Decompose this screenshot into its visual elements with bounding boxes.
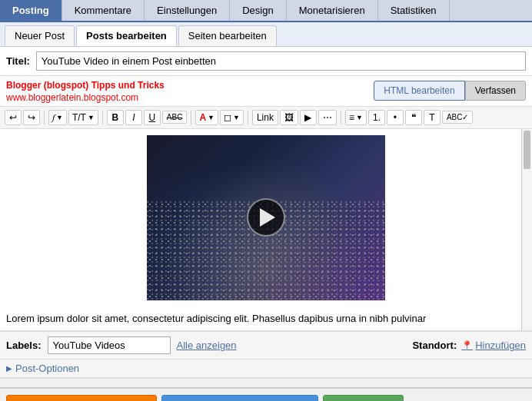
spell-button[interactable]: ABC✓ (442, 111, 474, 124)
tab-kommentare[interactable]: Kommentare (62, 0, 145, 21)
post-options-row: ▶ Post-Optionen (0, 360, 532, 378)
draft-button[interactable]: ALS ENTWURF SPEICHERN (161, 395, 318, 401)
toolbar-separator-2 (102, 111, 103, 124)
redo-button[interactable]: ↪ (23, 110, 40, 125)
ol-button[interactable]: 1. (368, 110, 385, 125)
italic-button[interactable]: I (125, 110, 142, 125)
align-arrow: ▼ (356, 114, 363, 121)
title-label: Titel: (6, 55, 30, 67)
alle-anzeigen-link[interactable]: Alle anzeigen (177, 340, 237, 351)
standort-label: Standort: (412, 340, 457, 351)
underline-button[interactable]: U (144, 110, 161, 125)
chevron-right-icon: ▶ (6, 364, 12, 373)
labels-input[interactable] (48, 336, 171, 354)
editor-scrollbar[interactable] (521, 129, 532, 331)
top-navigation: Posting Kommentare Einstellungen Design … (0, 0, 532, 22)
video-container (0, 129, 532, 307)
bg-color-icon: ◻ (224, 112, 231, 123)
preview-button[interactable]: VORSCHAU (323, 395, 403, 401)
tab-neuer-post[interactable]: Neuer Post (5, 25, 75, 46)
tab-design[interactable]: Design (230, 0, 286, 21)
labels-row: Labels: Alle anzeigen Standort: 📍 Hinzuf… (0, 331, 532, 360)
undo-button[interactable]: ↩ (5, 110, 22, 125)
editor-area[interactable]: Lorem ipsum dolor sit amet, consectetur … (0, 129, 532, 331)
post-options-link[interactable]: ▶ Post-Optionen (6, 363, 79, 374)
tab-posts-bearbeiten[interactable]: Posts bearbeiten (76, 25, 177, 46)
sub-navigation: Neuer Post Posts bearbeiten Seiten bearb… (0, 22, 532, 47)
editor-content-wrapper: Lorem ipsum dolor sit amet, consectetur … (0, 129, 532, 332)
toolbar-separator-1 (44, 111, 45, 124)
toolbar-separator-5 (341, 111, 341, 124)
font-size-dropdown[interactable]: T/T ▼ (68, 110, 98, 125)
bottom-scrollbar[interactable] (0, 378, 532, 387)
more-button[interactable]: ⋯ (318, 110, 337, 125)
post-options-label: Post-Optionen (15, 363, 79, 374)
blog-info-text: Blogger (blogspot) Tipps und Tricks www.… (6, 79, 165, 103)
title-input[interactable] (36, 51, 526, 71)
labels-label: Labels: (6, 340, 42, 351)
font-family-dropdown[interactable]: 𝑓 ▼ (48, 110, 67, 125)
location-icon: 📍 (461, 340, 473, 351)
tab-posting[interactable]: Posting (0, 0, 62, 21)
text-color-icon: A (199, 112, 206, 123)
blog-name: Blogger (blogspot) Tipps und Tricks (6, 79, 165, 92)
tab-seiten-bearbeiten[interactable]: Seiten bearbeiten (178, 25, 277, 46)
blog-info-row: Blogger (blogspot) Tipps und Tricks www.… (0, 76, 532, 107)
bg-color-dropdown[interactable]: ◻ ▼ (220, 110, 244, 125)
align-dropdown[interactable]: ≡ ▼ (345, 110, 367, 125)
hinzufuegen-link[interactable]: 📍 Hinzufügen (461, 340, 526, 351)
hinzufuegen-text: Hinzufügen (475, 340, 526, 351)
mode-buttons: HTML bearbeiten Verfassen (374, 81, 526, 101)
bold-button[interactable]: B (107, 110, 124, 125)
html-edit-button[interactable]: HTML bearbeiten (374, 81, 464, 101)
strikethrough-button[interactable]: ABC (162, 111, 188, 124)
font-family-icon: 𝑓 (52, 112, 55, 123)
video-button[interactable]: ▶ (300, 110, 317, 125)
video-thumbnail[interactable] (147, 135, 385, 300)
scrollbar-thumb[interactable] (524, 131, 530, 169)
title-row: Titel: (0, 47, 532, 76)
ul-button[interactable]: • (387, 110, 404, 125)
tab-monetarisieren[interactable]: Monetarisieren (287, 0, 378, 21)
image-button[interactable]: 🖼 (280, 110, 298, 125)
font-size-label: T/T (72, 112, 86, 123)
editor-toolbar: ↩ ↪ 𝑓 ▼ T/T ▼ B I U ABC A ▼ ◻ ▼ Link 🖼 ▶… (0, 107, 532, 129)
verfassen-button[interactable]: Verfassen (465, 81, 526, 101)
tab-statistiken[interactable]: Statistiken (378, 0, 450, 21)
blockquote-button[interactable]: ❝ (405, 110, 422, 125)
action-buttons-row: POST VERÖFFENTLICHEN ALS ENTWURF SPEICHE… (0, 387, 532, 401)
indent-button[interactable]: T (424, 110, 441, 125)
align-icon: ≡ (349, 112, 354, 123)
text-color-dropdown[interactable]: A ▼ (195, 110, 218, 125)
play-triangle-icon (260, 208, 275, 227)
play-button[interactable] (247, 198, 285, 237)
text-color-arrow: ▼ (208, 114, 214, 121)
font-size-arrow: ▼ (88, 114, 95, 121)
publish-button[interactable]: POST VERÖFFENTLICHEN (6, 395, 157, 401)
lorem-ipsum-text: Lorem ipsum dolor sit amet, consectetur … (0, 307, 532, 331)
blog-url: www.bloggerlatein.blogspot.com (6, 92, 165, 103)
toolbar-separator-3 (191, 111, 191, 124)
tab-einstellungen[interactable]: Einstellungen (145, 0, 230, 21)
link-button[interactable]: Link (252, 110, 278, 125)
bg-color-arrow: ▼ (233, 114, 240, 121)
font-family-arrow: ▼ (56, 114, 63, 121)
standort-section: Standort: 📍 Hinzufügen (412, 340, 526, 351)
toolbar-separator-4 (248, 111, 248, 124)
